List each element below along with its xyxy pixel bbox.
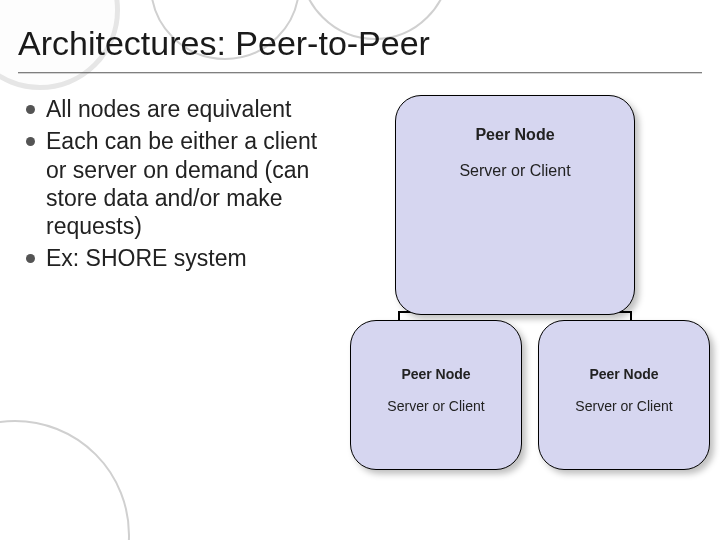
peer-node-bottom-left: Peer Node Server or Client [350,320,522,470]
bg-circle [0,420,130,540]
node-title: Peer Node [351,366,521,382]
bullet-item: Each can be either a client or server on… [22,127,342,240]
bullet-list: All nodes are equivalent Each can be eit… [22,95,342,277]
title-underline [18,72,702,74]
node-title: Peer Node [539,366,709,382]
bullet-item: All nodes are equivalent [22,95,342,123]
peer-node-bottom-right: Peer Node Server or Client [538,320,710,470]
node-subtitle: Server or Client [351,398,521,414]
bullet-item: Ex: SHORE system [22,244,342,272]
node-subtitle: Server or Client [396,162,634,180]
node-subtitle: Server or Client [539,398,709,414]
peer-node-top: Peer Node Server or Client [395,95,635,315]
p2p-diagram: Peer Node Server or Client Peer Node Ser… [350,95,710,495]
slide-title: Architectures: Peer-to-Peer [18,24,430,63]
node-title: Peer Node [396,126,634,144]
